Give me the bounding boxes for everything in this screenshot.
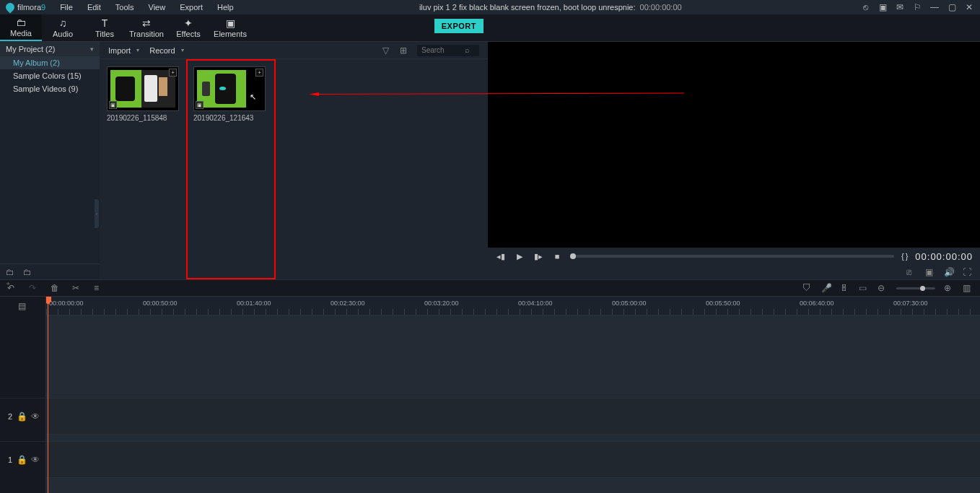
sidebar-footer: 🗀₊ 🗀	[0, 263, 100, 279]
tab-elements[interactable]: ▣Elements	[209, 14, 251, 41]
track-headers: ▤ 2 🔒 👁 1 🔒 👁	[0, 297, 46, 493]
track-gap	[46, 434, 980, 441]
chevron-down-icon: ▾	[181, 47, 184, 53]
ruler-mark: 00:02:30:00	[331, 300, 365, 307]
user-icon[interactable]: ⎋	[860, 2, 870, 12]
preview-footer: ⎚ ▣ 🔊 ⛶	[488, 265, 980, 279]
ruler-mark: 00:06:40:00	[800, 300, 834, 307]
zoom-slider[interactable]	[896, 287, 935, 289]
next-frame-button[interactable]: ▮▸	[533, 250, 544, 262]
app-name: filmora9	[17, 3, 45, 12]
notifications-icon[interactable]: ▣	[878, 2, 888, 12]
zoom-out-icon[interactable]: ⊖	[878, 283, 888, 293]
sidebar-item-sample-videos[interactable]: Sample Videos (9)	[0, 82, 100, 95]
messages-icon[interactable]: ✉	[895, 2, 905, 12]
menu-file[interactable]: File	[53, 1, 80, 14]
ruler-ticks	[46, 309, 980, 315]
music-icon: ♫	[59, 18, 67, 28]
tool-tabs: 🗀Media ♫Audio TTitles ⇄Transition ✦Effec…	[0, 14, 980, 42]
scrub-handle[interactable]	[570, 253, 576, 259]
media-clip[interactable]: + ▣ 20190226_115848	[107, 66, 182, 272]
fullscreen-icon[interactable]: ⛶	[963, 267, 973, 277]
minimize-icon[interactable]: —	[929, 2, 940, 12]
track-index: 2	[8, 412, 12, 421]
play-button[interactable]: ▶	[514, 250, 525, 262]
playhead[interactable]	[48, 297, 48, 493]
sidebar-item-my-album[interactable]: My Album (2)	[0, 56, 100, 69]
split-icon[interactable]: ✂	[72, 283, 82, 293]
clip-add-icon[interactable]: +	[255, 69, 263, 77]
new-folder-icon[interactable]: 🗀₊	[6, 267, 16, 277]
tab-titles[interactable]: TTitles	[84, 14, 126, 41]
close-icon[interactable]: ✕	[964, 2, 974, 12]
preview-scrubber[interactable]	[570, 255, 894, 258]
volume-icon[interactable]: 🔊	[944, 267, 954, 277]
maximize-icon[interactable]: ▢	[947, 2, 957, 12]
track-header-video2[interactable]: 2 🔒 👁	[0, 398, 45, 434]
menu-bar: filmora9 File Edit Tools View Export Hel…	[0, 0, 980, 14]
voiceover-icon[interactable]: 🎤	[821, 283, 831, 293]
prev-frame-button[interactable]: ◂▮	[495, 250, 507, 262]
tab-media[interactable]: 🗀Media	[0, 14, 42, 41]
search-input[interactable]	[421, 46, 465, 54]
ruler-mark: 00:04:10:00	[518, 300, 553, 307]
sidebar-item-sample-colors[interactable]: Sample Colors (15)	[0, 69, 100, 82]
media-clip[interactable]: ↖ + ▣ 20190226_121643	[193, 66, 268, 272]
delete-icon[interactable]: 🗑	[51, 283, 61, 293]
clip-thumbnail[interactable]: ↖ + ▣	[193, 66, 266, 111]
tab-audio[interactable]: ♫Audio	[42, 14, 84, 41]
project-title: iluv pix 1 2 fix black blank screen froz…	[241, 3, 860, 12]
lock-icon[interactable]: 🔒	[17, 455, 27, 465]
visibility-icon[interactable]: 👁	[31, 455, 41, 465]
ruler-mark: 00:03:20:00	[424, 300, 459, 307]
redo-icon[interactable]: ↷	[29, 283, 39, 293]
menu-view[interactable]: View	[141, 1, 173, 14]
lock-icon[interactable]: 🔒	[17, 411, 27, 422]
logo-icon	[4, 1, 17, 14]
record-dropdown[interactable]: Record▾	[149, 46, 183, 55]
effects-icon: ✦	[184, 18, 193, 28]
crop-icon[interactable]: ≡	[94, 283, 104, 293]
marker-icon[interactable]: ▭	[859, 283, 869, 293]
project-header[interactable]: My Project (2)▾	[0, 42, 100, 56]
filter-icon[interactable]: ▽	[382, 45, 393, 56]
snapshot-icon[interactable]: ⎚	[906, 267, 916, 277]
zoom-fit-icon[interactable]: ▥	[963, 283, 973, 293]
menu-export[interactable]: Export	[172, 1, 210, 14]
cursor-icon: ↖	[250, 92, 256, 102]
chevron-down-icon: ▾	[90, 45, 94, 53]
render-icon[interactable]: ⛉	[802, 283, 813, 293]
ruler-mark: 00:07:30:00	[893, 300, 928, 307]
settings-icon[interactable]: ⚐	[912, 2, 922, 12]
clip-label: 20190226_115848	[107, 114, 182, 122]
export-button[interactable]: EXPORT	[434, 19, 484, 33]
manage-tracks-button[interactable]: ▤	[0, 297, 45, 315]
menu-edit[interactable]: Edit	[80, 1, 108, 14]
search-box[interactable]: ⌕	[417, 45, 479, 56]
preview-viewport[interactable]	[488, 42, 980, 248]
tracks-icon: ▤	[18, 301, 28, 311]
timeline-body[interactable]: 00:00:00:00 00:00:50:00 00:01:40:00 00:0…	[46, 297, 980, 493]
menu-tools[interactable]: Tools	[108, 1, 141, 14]
video-track-2[interactable]	[46, 398, 980, 434]
zoom-in-icon[interactable]: ⊕	[944, 283, 954, 293]
mixer-icon[interactable]: 🎚	[840, 283, 850, 293]
import-dropdown[interactable]: Import▾	[108, 46, 139, 55]
zoom-handle[interactable]	[920, 286, 925, 291]
visibility-icon[interactable]: 👁	[31, 411, 41, 422]
tab-transition[interactable]: ⇄Transition	[126, 14, 167, 41]
search-icon[interactable]: ⌕	[465, 45, 475, 56]
track-header-video1[interactable]: 1 🔒 👁	[0, 441, 45, 477]
open-folder-icon[interactable]: 🗀	[23, 267, 33, 277]
menu-help[interactable]: Help	[210, 1, 241, 14]
sidebar-collapse-handle[interactable]: ‹	[95, 199, 99, 228]
tab-effects[interactable]: ✦Effects	[167, 14, 209, 41]
video-track-1[interactable]	[46, 441, 980, 477]
mark-in-out[interactable]: {}	[901, 252, 908, 261]
clip-add-icon[interactable]: +	[169, 69, 177, 77]
quality-icon[interactable]: ▣	[925, 267, 935, 277]
clip-thumbnail[interactable]: + ▣	[107, 66, 179, 111]
grid-view-icon[interactable]: ⊞	[400, 45, 410, 56]
timeline-ruler[interactable]: 00:00:00:00 00:00:50:00 00:01:40:00 00:0…	[46, 297, 980, 315]
stop-button[interactable]: ■	[551, 250, 563, 262]
